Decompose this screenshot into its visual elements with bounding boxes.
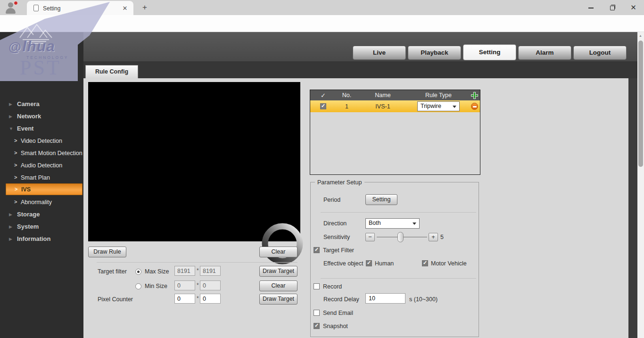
sidebar-item-smart-plan[interactable]: > Smart Plan	[0, 172, 83, 184]
sensitivity-decrease-button[interactable]: −	[365, 233, 375, 241]
avatar-head-icon	[8, 2, 13, 8]
direction-select[interactable]: Both	[365, 218, 420, 229]
sidebar-item-abnormality[interactable]: > Abnormality	[0, 196, 83, 208]
record-delay-input[interactable]	[365, 293, 405, 304]
nav-button-logout[interactable]: Logout	[573, 46, 627, 60]
nav-button-playback[interactable]: Playback	[408, 46, 461, 60]
rule-type-select[interactable]: Tripwire	[417, 101, 460, 111]
human-label: Human	[375, 260, 394, 267]
rule-table: ✓ No. Name Rule Type 1 IVS-1 Tripwire	[310, 90, 480, 175]
delete-rule-icon[interactable]	[471, 103, 478, 110]
draw-rule-button[interactable]: Draw Rule	[88, 247, 126, 257]
human-checkbox[interactable]	[366, 260, 372, 266]
min-size-label: Min Size	[145, 283, 167, 289]
pixel-counter-label: Pixel Counter	[98, 296, 133, 303]
nav-button-setting[interactable]: Setting	[463, 44, 516, 60]
sidebar-item-label: Event	[17, 125, 33, 132]
scrollbar-up-arrow[interactable]: ▲	[639, 34, 642, 37]
scrollbar-thumb[interactable]	[638, 41, 643, 167]
add-rule-icon[interactable]	[471, 92, 478, 99]
clear-target-button[interactable]: Clear	[259, 280, 297, 291]
target-filter-checkbox[interactable]	[314, 247, 320, 253]
sensitivity-increase-button[interactable]: +	[429, 233, 438, 241]
pixel-counter-height-input[interactable]	[200, 294, 221, 304]
record-checkbox[interactable]	[314, 283, 320, 289]
tab-band	[83, 61, 637, 78]
divider	[321, 278, 476, 279]
sensitivity-slider-handle[interactable]	[397, 232, 404, 242]
collapsed-arrow-icon: ▶	[9, 114, 12, 119]
browser-tab[interactable]: Setting ✕	[27, 1, 133, 15]
period-label: Period	[323, 197, 340, 203]
sidebar-item-audio-detection[interactable]: > Audio Detection	[0, 159, 83, 172]
window-minimize-button[interactable]	[580, 0, 602, 15]
size-separator: *	[197, 295, 199, 302]
chevron-right-icon: >	[15, 186, 17, 192]
sidebar-item-label: IVS	[21, 186, 31, 193]
sidebar-item-label: Smart Motion Detection	[21, 150, 83, 157]
tab-close-icon[interactable]: ✕	[121, 5, 129, 12]
motor-vehicle-checkbox[interactable]	[422, 260, 428, 266]
draw-target-pixel-button[interactable]: Draw Target	[259, 294, 297, 305]
select-all-check-icon[interactable]: ✓	[321, 92, 326, 99]
new-tab-button[interactable]: +	[140, 2, 150, 13]
target-filter-checkbox-label: Target Filter	[323, 247, 354, 254]
sidebar-item-label: Abnormality	[21, 199, 52, 206]
rule-table-header: ✓ No. Name Rule Type	[310, 90, 480, 100]
sidebar-item-label: Smart Plan	[21, 174, 50, 181]
draw-target-max-button[interactable]: Draw Target	[259, 266, 297, 277]
rule-table-row[interactable]: 1 IVS-1 Tripwire	[310, 100, 480, 112]
chevron-right-icon: >	[14, 162, 17, 168]
chevron-down-icon	[413, 223, 416, 225]
target-filter-label: Target filter	[98, 268, 127, 275]
parameter-setup-legend: Parameter Setup	[315, 179, 364, 186]
divider	[97, 262, 297, 263]
size-separator: *	[197, 267, 199, 274]
nav-button-live[interactable]: Live	[353, 46, 406, 60]
pixel-counter-width-input[interactable]	[174, 294, 195, 304]
sidebar-item-camera[interactable]: ▶ Camera	[0, 98, 83, 110]
max-size-label: Max Size	[145, 268, 169, 275]
max-size-height-input[interactable]	[200, 266, 221, 276]
record-delay-label: Record Delay	[323, 296, 359, 303]
sidebar-item-system[interactable]: ▶ System	[0, 221, 83, 233]
browser-scrollbar[interactable]: ▲	[637, 32, 644, 338]
sidebar-item-smart-motion-detection[interactable]: > Smart Motion Detection	[0, 147, 83, 159]
sidebar-item-label: System	[17, 223, 39, 230]
snapshot-checkbox[interactable]	[314, 323, 320, 329]
sidebar-item-ivs-selected[interactable]: > IVS	[6, 183, 83, 195]
window-close-button[interactable]: ✕	[623, 0, 644, 15]
sensitivity-label: Sensitivity	[323, 234, 350, 240]
browser-addressbar: ← ▲ 不安全 | 192.168.1.108 A›› ☆ ☆≡ + ♡✓ e …	[0, 15, 644, 32]
period-setting-button[interactable]: Setting	[365, 194, 397, 205]
send-email-checkbox[interactable]	[314, 310, 320, 316]
nav-button-alarm[interactable]: Alarm	[518, 46, 571, 60]
sidebar-item-storage[interactable]: ▶ Storage	[0, 208, 83, 221]
collapsed-arrow-icon: ▶	[9, 212, 12, 217]
max-size-radio[interactable]	[135, 269, 141, 275]
chevron-right-icon: >	[14, 138, 17, 143]
collapsed-arrow-icon: ▶	[9, 102, 12, 107]
tab-rule-config[interactable]: Rule Config	[85, 65, 138, 78]
window-restore-button[interactable]	[602, 0, 623, 15]
screen: Setting ✕ + ✕ ← ▲ 不安全 | 192.168.1.108 A›…	[0, 0, 644, 338]
sidebar-item-information[interactable]: ▶ Information	[0, 233, 83, 245]
max-size-width-input[interactable]	[174, 266, 195, 276]
sidebar-item-video-detection[interactable]: > Video Detection	[0, 135, 83, 147]
sidebar-item-event[interactable]: ▼ Event	[0, 123, 83, 135]
profile-avatar[interactable]	[4, 1, 18, 14]
rule-enabled-checkbox[interactable]	[320, 103, 326, 109]
motor-vehicle-label: Motor Vehicle	[431, 260, 467, 267]
snapshot-label: Snapshot	[323, 323, 348, 330]
effective-object-label: Effective object	[323, 260, 363, 267]
direction-label: Direction	[323, 220, 347, 227]
min-size-height-input[interactable]	[200, 280, 221, 290]
browser-tabstrip: Setting ✕ + ✕	[0, 0, 644, 15]
clear-rule-button[interactable]: Clear	[259, 247, 297, 257]
min-size-radio[interactable]	[135, 283, 141, 289]
sidebar-item-network[interactable]: ▶ Network	[0, 110, 83, 123]
min-size-width-input[interactable]	[174, 280, 195, 290]
chevron-right-icon: >	[14, 150, 17, 156]
collapsed-arrow-icon: ▶	[9, 224, 12, 229]
record-label: Record	[323, 283, 342, 290]
